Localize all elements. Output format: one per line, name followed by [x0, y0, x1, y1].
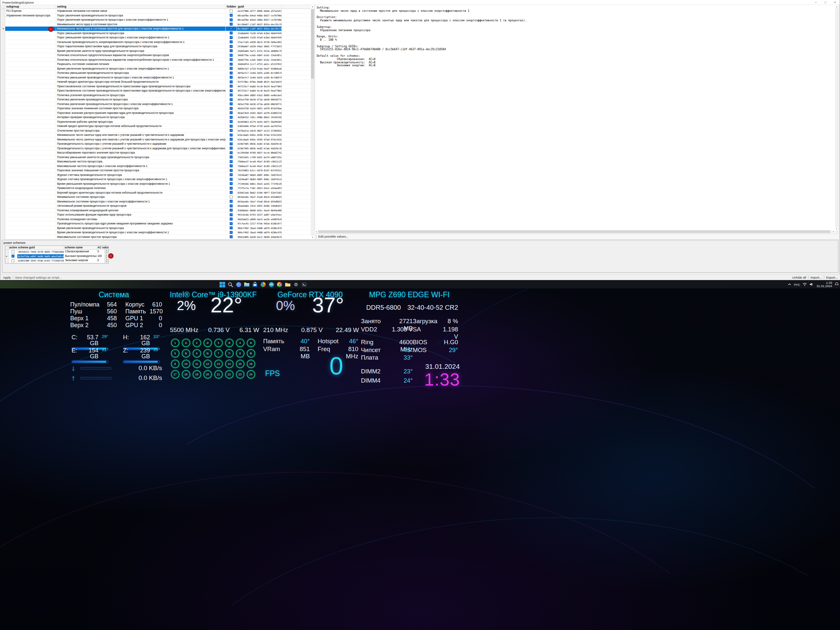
- ac-value-spinner[interactable]: ▲▼: [105, 254, 108, 259]
- terminal-icon[interactable]: [300, 281, 308, 288]
- hidden-checkbox[interactable]: ✓: [230, 49, 233, 52]
- settings-row[interactable]: Максимальное состояние простоя процессор…: [2, 235, 311, 240]
- settings-row[interactable]: Политика уменьшения производительности п…: [2, 76, 311, 80]
- settings-row[interactable]: Пороговое значение повышения состояния п…: [2, 168, 311, 173]
- scroll-up-icon[interactable]: ▲: [311, 5, 314, 8]
- column-hidden[interactable]: hidden: [226, 5, 237, 8]
- settings-row[interactable]: Верхний предел архитектуры процессора по…: [2, 191, 311, 195]
- settings-row[interactable]: Журнал счетчика производительности проце…: [2, 173, 311, 177]
- settings-row[interactable]: Политика увеличения производительности п…: [2, 102, 311, 107]
- hidden-checkbox[interactable]: ✓: [230, 89, 233, 92]
- hidden-checkbox[interactable]: ✓: [230, 178, 233, 181]
- hidden-checkbox[interactable]: ✓: [230, 36, 233, 39]
- settings-row[interactable]: Минимальное состояние процессора 893dee8…: [2, 195, 311, 199]
- hidden-checkbox[interactable]: ✓: [230, 151, 233, 154]
- search-icon[interactable]: [227, 281, 234, 288]
- hidden-checkbox[interactable]: ✓: [230, 107, 233, 110]
- chrome-icon[interactable]: [276, 281, 283, 288]
- column-scheme-name[interactable]: scheme name: [64, 246, 97, 249]
- details-vertical-scrollbar[interactable]: ▲ ▼: [835, 5, 838, 230]
- hidden-checkbox[interactable]: ✓: [230, 200, 233, 203]
- scrollbar-thumb[interactable]: [311, 9, 314, 79]
- active-checkbox[interactable]: [11, 259, 14, 262]
- tray-chevron-icon[interactable]: [788, 283, 791, 286]
- hidden-checkbox[interactable]: ✓: [230, 142, 233, 145]
- settings-row[interactable]: Начальная производительность неприпарков…: [2, 40, 311, 45]
- hidden-checkbox[interactable]: ✓: [230, 120, 233, 123]
- hidden-checkbox[interactable]: ✓: [230, 27, 233, 30]
- unhide-all-button[interactable]: Unhide all: [793, 276, 806, 279]
- settings-row[interactable]: Переключение рабочих циклов процессора ✓…: [2, 120, 311, 124]
- store-icon[interactable]: [251, 281, 259, 288]
- settings-row[interactable]: Порог использования функции парковки яде…: [2, 213, 311, 217]
- column-subgroup[interactable]: subgroup: [5, 5, 56, 8]
- hidden-checkbox[interactable]: ✓: [230, 164, 233, 167]
- hidden-checkbox[interactable]: ✓: [230, 40, 233, 43]
- active-checkbox[interactable]: [11, 250, 14, 253]
- settings-row[interactable]: Порог уменьшения производительности проц…: [2, 35, 311, 40]
- start-icon[interactable]: [218, 281, 226, 288]
- power-scheme-row[interactable]: a1841308-3541-4fab-bc81-f71556f20b4a Эко…: [5, 259, 108, 263]
- hidden-checkbox[interactable]: ✓: [230, 125, 233, 128]
- settings-row[interactable]: Применяется неоднородная политика ✓ 7f2f…: [2, 186, 311, 191]
- hidden-checkbox[interactable]: ✓: [230, 67, 233, 70]
- ac-value-spinner[interactable]: ▲▼: [105, 259, 108, 263]
- settings-row[interactable]: Политика увеличения производительности п…: [2, 98, 311, 102]
- file-explorer-icon[interactable]: [243, 281, 250, 288]
- settings-row[interactable]: Политика уменьшения производительности п…: [2, 71, 311, 76]
- folder-icon[interactable]: [284, 281, 291, 288]
- scrollbar-thumb[interactable]: [318, 231, 830, 233]
- hidden-checkbox[interactable]: ✓: [230, 98, 233, 101]
- settings-row[interactable]: Максимальная частота процессора с классо…: [2, 164, 311, 169]
- hidden-checkbox[interactable]: ✓: [230, 14, 233, 17]
- hidden-checkbox[interactable]: ✓: [230, 18, 233, 21]
- notification-bell-icon[interactable]: [835, 282, 839, 287]
- hidden-checkbox[interactable]: ✓: [230, 76, 233, 79]
- settings-row[interactable]: Политика планирования неоднородной цепоч…: [2, 208, 311, 213]
- ac-value-input[interactable]: 0: [97, 259, 105, 263]
- export-button[interactable]: Export...: [826, 276, 838, 279]
- settings-row[interactable]: Производительность процессора ядро режим…: [2, 221, 311, 226]
- hidden-checkbox[interactable]: ✓: [230, 204, 233, 207]
- column-setting[interactable]: setting: [56, 5, 226, 8]
- settings-row[interactable]: Время увеличения производительности проц…: [2, 231, 311, 235]
- settings-row[interactable]: Политика уменьшения занятости ядер произ…: [2, 155, 311, 160]
- hidden-checkbox[interactable]: ✓: [230, 58, 233, 61]
- settings-row[interactable]: Приостановленное состояние производитель…: [2, 84, 311, 89]
- hidden-checkbox[interactable]: [230, 196, 233, 199]
- settings-row[interactable]: Управление питанием процессора Порог уве…: [2, 13, 311, 18]
- hidden-checkbox[interactable]: ✓: [230, 173, 233, 176]
- settings-row[interactable]: Порог уменьшения производительности проц…: [2, 31, 311, 36]
- hidden-checkbox[interactable]: ✓: [230, 156, 233, 158]
- settings-row[interactable]: Порог увеличения производительности проц…: [2, 18, 311, 22]
- active-checkbox[interactable]: ✓: [11, 255, 14, 257]
- hidden-checkbox[interactable]: ✓: [230, 182, 233, 185]
- hidden-checkbox[interactable]: ✓: [230, 213, 233, 216]
- photos-icon[interactable]: [259, 281, 267, 288]
- settings-row[interactable]: Приостановленное состояние производитель…: [2, 88, 311, 93]
- details-horizontal-scrollbar[interactable]: ◄ ►: [315, 230, 835, 233]
- scroll-up-icon[interactable]: ▲: [835, 5, 838, 8]
- settings-vertical-scrollbar[interactable]: ▲ ▼: [311, 5, 314, 239]
- settings-row[interactable]: Максимальная частота процессора ✓ 75b0ae…: [2, 159, 311, 164]
- hidden-checkbox[interactable]: ✓: [230, 191, 233, 194]
- ac-value-input[interactable]: 0: [97, 250, 105, 254]
- settings-row[interactable]: Время увеличения производительности проц…: [2, 66, 311, 71]
- hidden-checkbox[interactable]: ✓: [230, 85, 233, 88]
- hidden-checkbox[interactable]: ✓: [230, 222, 233, 225]
- settings-row[interactable]: Политика относительно предпочтительных в…: [2, 58, 311, 62]
- settings-row[interactable]: Нижний предел архитектуры процессора пот…: [2, 80, 311, 84]
- hidden-checkbox[interactable]: ✓: [230, 111, 233, 114]
- column-guid[interactable]: guid: [237, 5, 282, 8]
- close-icon[interactable]: ×: [830, 0, 840, 5]
- maximize-icon[interactable]: □: [821, 0, 830, 5]
- ac-value-input[interactable]: 100: [97, 254, 105, 259]
- hidden-checkbox[interactable]: ✓: [230, 71, 233, 74]
- settings-row[interactable]: Производительность процессора с учетом у…: [2, 142, 311, 146]
- hidden-checkbox[interactable]: ✓: [230, 226, 233, 229]
- settings-row[interactable]: Пороговое значение понижения состояния п…: [2, 106, 311, 111]
- settings-row[interactable]: Нижний предел архитектуры процессора пот…: [2, 124, 311, 129]
- settings-row[interactable]: Политика охлаждения системы ✓ 94d3a615-a…: [2, 217, 311, 222]
- wifi-icon[interactable]: [802, 283, 807, 287]
- hidden-checkbox[interactable]: ✓: [230, 209, 233, 212]
